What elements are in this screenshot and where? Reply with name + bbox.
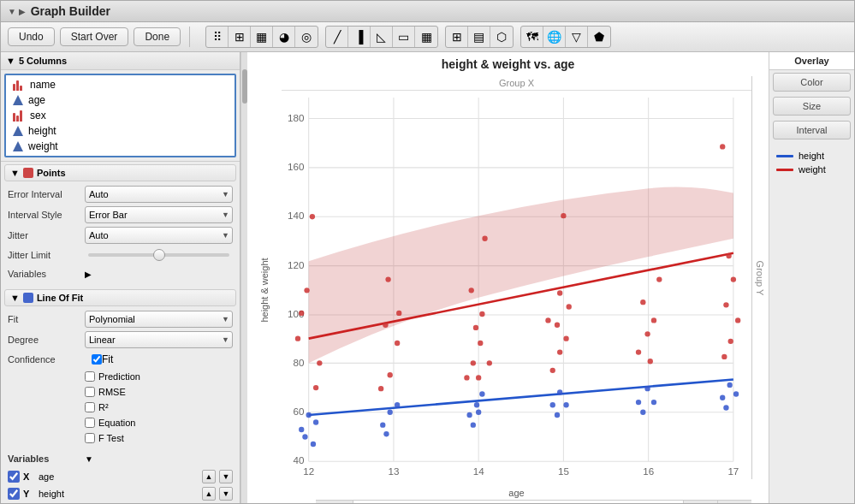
interval-button[interactable]: Interval bbox=[773, 121, 851, 139]
interval-style-select[interactable]: Error Bar bbox=[85, 206, 233, 223]
svg-point-92 bbox=[644, 386, 650, 391]
sex-col-icon bbox=[13, 110, 25, 122]
contour-icon[interactable]: ◎ bbox=[295, 27, 318, 47]
rmse-label[interactable]: RMSE bbox=[85, 387, 126, 397]
column-name[interactable]: name bbox=[9, 77, 231, 92]
var-height-up[interactable]: ▲ bbox=[202, 487, 216, 501]
heat-icon[interactable]: ▦ bbox=[415, 27, 437, 47]
done-button[interactable]: Done bbox=[134, 27, 181, 46]
freq-button[interactable]: Freq bbox=[683, 500, 717, 503]
r2-text: R² bbox=[98, 402, 109, 412]
map-icon[interactable]: 🗺 bbox=[521, 27, 543, 47]
svg-point-36 bbox=[310, 214, 315, 219]
column-weight[interactable]: weight bbox=[9, 139, 231, 154]
rmse-checkbox[interactable] bbox=[85, 387, 95, 397]
scrollbar-thumb[interactable] bbox=[242, 69, 247, 104]
prediction-text: Prediction bbox=[98, 371, 140, 382]
line-icon[interactable]: ╱ bbox=[326, 27, 348, 47]
error-interval-select[interactable]: Auto bbox=[85, 186, 233, 203]
equation-checkbox[interactable] bbox=[85, 418, 95, 428]
var-age-check[interactable] bbox=[8, 471, 20, 483]
histogram-icon[interactable]: ▦ bbox=[251, 27, 273, 47]
var-age-up[interactable]: ▲ bbox=[202, 470, 216, 483]
jitter-label: Jitter bbox=[8, 230, 85, 240]
height-legend-line bbox=[776, 155, 793, 157]
size-button[interactable]: Size bbox=[773, 97, 851, 116]
svg-text:17: 17 bbox=[727, 465, 739, 477]
treemap-icon[interactable]: ▤ bbox=[468, 27, 490, 47]
color-button[interactable]: Color bbox=[773, 73, 851, 92]
r2-label[interactable]: R² bbox=[85, 402, 109, 412]
prediction-label[interactable]: Prediction bbox=[85, 371, 140, 382]
chart-left: height & weight bbox=[247, 76, 282, 503]
map-shape-button[interactable]: MapShape bbox=[316, 500, 353, 503]
slider-thumb[interactable] bbox=[153, 249, 165, 261]
svg-point-82 bbox=[466, 412, 472, 418]
svg-point-48 bbox=[469, 288, 474, 293]
scatter-icon[interactable]: ⠿ bbox=[206, 27, 229, 47]
var-age-down[interactable]: ▼ bbox=[219, 470, 233, 483]
column-name-label: name bbox=[30, 79, 56, 91]
undo-button[interactable]: Undo bbox=[8, 27, 55, 46]
box-icon[interactable]: ▭ bbox=[393, 27, 415, 47]
column-sex[interactable]: sex bbox=[9, 108, 231, 123]
chart-title: height & weight vs. age bbox=[247, 52, 769, 76]
svg-text:60: 60 bbox=[293, 406, 304, 417]
chart-type-group-1: ⠿ ⊞ ▦ ◕ ◎ bbox=[205, 26, 318, 48]
network-icon[interactable]: ⬡ bbox=[490, 27, 513, 47]
left-panel-scrollbar[interactable] bbox=[240, 52, 247, 503]
svg-text:80: 80 bbox=[293, 357, 304, 368]
svg-point-85 bbox=[471, 422, 476, 427]
svg-text:12: 12 bbox=[303, 465, 314, 477]
r2-checkbox[interactable] bbox=[85, 402, 95, 412]
globe-icon[interactable]: 🌐 bbox=[543, 27, 566, 47]
bar-icon[interactable]: ▐ bbox=[348, 27, 371, 47]
fit-checkbox[interactable] bbox=[92, 354, 102, 365]
svg-point-54 bbox=[563, 335, 568, 341]
geo-icon[interactable]: ▽ bbox=[566, 27, 588, 47]
jitter-limit-row: Jitter Limit bbox=[1, 246, 240, 264]
bubble-icon[interactable]: ⊞ bbox=[229, 27, 251, 47]
fit-arrow: ▼ bbox=[10, 293, 20, 303]
var-item-height: Y height ▲ ▼ bbox=[4, 485, 236, 502]
svg-point-50 bbox=[487, 360, 492, 365]
right-area: Group Y bbox=[751, 76, 769, 503]
prediction-checkbox[interactable] bbox=[85, 371, 95, 382]
column-age[interactable]: age bbox=[9, 92, 231, 108]
ftest-label[interactable]: F Test bbox=[85, 433, 124, 443]
equation-label[interactable]: Equation bbox=[85, 418, 135, 428]
fit-checkbox-label[interactable]: Fit bbox=[85, 352, 120, 367]
chart-type-group-2: ╱ ▐ ◺ ▭ ▦ bbox=[325, 26, 438, 48]
tab-overlay[interactable]: Overlay bbox=[769, 52, 854, 70]
pie-icon[interactable]: ◕ bbox=[273, 27, 295, 47]
height-legend-label: height bbox=[799, 151, 824, 161]
page-button[interactable]: Page bbox=[717, 500, 751, 503]
small-multi-icon[interactable]: ⊞ bbox=[446, 27, 468, 47]
svg-point-67 bbox=[728, 339, 733, 344]
shape-icon[interactable]: ⬟ bbox=[588, 27, 610, 47]
chart-plot-area[interactable]: 40 60 80 100 120 140 160 180 12 13 14 bbox=[282, 91, 751, 486]
var-height-down[interactable]: ▼ bbox=[219, 487, 233, 501]
jitter-limit-slider[interactable] bbox=[88, 253, 229, 257]
right-sidebar: Overlay Color Size Interval height weigh… bbox=[769, 52, 854, 503]
degree-select[interactable]: Linear bbox=[85, 331, 233, 348]
svg-point-71 bbox=[720, 144, 725, 149]
column-height[interactable]: height bbox=[9, 123, 231, 139]
points-header[interactable]: ▼ Points bbox=[4, 164, 236, 181]
y-axis-label: height & weight bbox=[259, 258, 270, 322]
toolbar-icons: ⠿ ⊞ ▦ ◕ ◎ ╱ ▐ ◺ ▭ ▦ ⊞ ▤ ⬡ 🗺 bbox=[205, 26, 611, 48]
rmse-checkbox-row: RMSE bbox=[78, 384, 240, 400]
columns-header[interactable]: ▼ 5 Columns bbox=[1, 52, 240, 70]
svg-point-76 bbox=[302, 434, 307, 439]
line-of-fit-header[interactable]: ▼ Line Of Fit bbox=[4, 289, 236, 306]
area-icon[interactable]: ◺ bbox=[371, 27, 393, 47]
var-height-check[interactable] bbox=[8, 488, 20, 500]
jitter-select[interactable]: Auto bbox=[85, 227, 233, 244]
start-over-button[interactable]: Start Over bbox=[60, 27, 129, 46]
group-y-text: Group Y bbox=[756, 260, 766, 295]
fit-select[interactable]: Polynomial bbox=[85, 311, 233, 328]
svg-point-98 bbox=[723, 405, 728, 410]
ftest-checkbox[interactable] bbox=[85, 433, 95, 443]
svg-point-39 bbox=[395, 341, 400, 346]
svg-point-81 bbox=[383, 431, 389, 436]
